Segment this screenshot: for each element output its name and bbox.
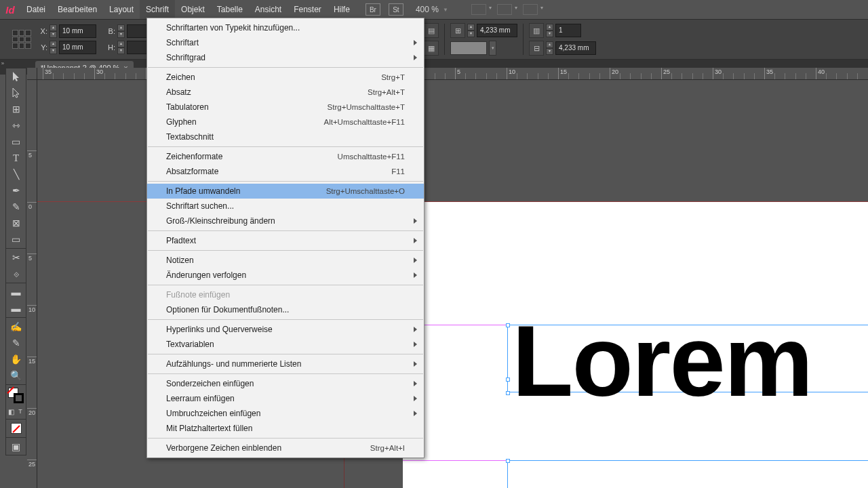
menu-item[interactable]: Schriftgrad: [147, 50, 424, 65]
pen-tool[interactable]: ✒: [6, 182, 26, 199]
zoom-tool[interactable]: 🔍: [6, 367, 26, 384]
menu-item[interactable]: GlyphenAlt+Umschalttaste+F11: [147, 115, 424, 129]
menu-item[interactable]: Notizen: [147, 253, 424, 268]
stock-button[interactable]: St: [389, 3, 403, 16]
y-field[interactable]: 10 mm: [59, 41, 96, 54]
menu-item[interactable]: Schriftart suchen...: [147, 199, 424, 214]
menu-item-shortcut: Umschalttaste+F11: [338, 152, 405, 161]
selection-tool[interactable]: [6, 68, 26, 85]
menu-item[interactable]: AbsatzStrg+Alt+T: [147, 85, 424, 100]
frame-w-stepper[interactable]: ▴▾: [467, 24, 475, 37]
menu-item[interactable]: Verborgene Zeichen einblendenStrg+Alt+I: [147, 441, 424, 455]
app-logo: Id: [0, 0, 20, 19]
apply-color-icon[interactable]: ◧: [6, 405, 16, 418]
gradient-dd-icon[interactable]: ▾: [489, 41, 496, 56]
vertical-ruler[interactable]: 505101520253035: [27, 80, 37, 488]
menu-item[interactable]: AbsatzformateF11: [147, 164, 424, 179]
rectangle-tool[interactable]: ▭: [6, 231, 26, 247]
frame-h-field[interactable]: 4,233 mm: [555, 41, 596, 55]
note-tool[interactable]: ✍: [6, 319, 26, 335]
menu-ansicht[interactable]: Ansicht: [249, 0, 288, 19]
h-stepper[interactable]: ▴▾: [117, 41, 125, 54]
frame-w-field[interactable]: 4,233 mm: [477, 24, 517, 37]
menu-item[interactable]: Schriftarten von Typekit hinzufügen...: [147, 20, 424, 35]
menu-item[interactable]: Schriftart: [147, 35, 424, 50]
bridge-button[interactable]: Br: [366, 3, 380, 16]
menu-tabelle[interactable]: Tabelle: [211, 0, 249, 19]
view-mode-c-button[interactable]: [523, 4, 538, 15]
view-mode-a-button[interactable]: [471, 4, 486, 15]
h-label: H:: [105, 43, 115, 52]
separator: [6, 248, 26, 249]
menu-bearbeiten[interactable]: Bearbeiten: [52, 0, 103, 19]
page-tool[interactable]: ⊞: [6, 101, 26, 117]
gradient-swatch-tool[interactable]: ▬: [6, 284, 26, 300]
menu-item[interactable]: Textabschnitt: [147, 129, 424, 144]
panel-collapse-icon[interactable]: »: [0, 60, 5, 68]
menu-item[interactable]: Sonderzeichen einfügen: [147, 376, 424, 391]
ruler-origin[interactable]: [27, 68, 37, 80]
content-collector-tool[interactable]: ▭: [6, 134, 26, 150]
line-tool[interactable]: ╲: [6, 166, 26, 182]
menu-item[interactable]: ZeichenStrg+T: [147, 70, 424, 85]
menu-item-shortcut: F11: [391, 167, 405, 176]
menu-item[interactable]: Änderungen verfolgen: [147, 268, 424, 283]
text-frame[interactable]: Lorem: [507, 325, 868, 392]
zoom-dropdown[interactable]: 400 % ▼: [416, 5, 448, 14]
menu-item-label: In Pfade umwandeln: [166, 186, 240, 196]
menu-item[interactable]: Umbruchzeichen einfügen: [147, 406, 424, 421]
menu-item[interactable]: Textvariablen: [147, 337, 424, 352]
scissors-tool[interactable]: ✂: [6, 249, 26, 266]
divider: [444, 24, 445, 55]
menu-item[interactable]: Mit Platzhaltertext füllen: [147, 421, 424, 436]
zoom-value: 400 %: [416, 5, 439, 14]
w-stepper[interactable]: ▴▾: [117, 24, 125, 38]
menu-schrift[interactable]: Schrift: [140, 0, 175, 19]
rectangle-frame-tool[interactable]: ⊠: [6, 215, 26, 231]
wrap-jump2-icon[interactable]: ▦: [424, 41, 439, 56]
control-bar: X: ▴▾ 10 mm Y: ▴▾ 10 mm B: ▴▾ H: ▴▾ ¶ ⇋⇵…: [0, 19, 868, 60]
menu-item[interactable]: Optionen für Dokumentfußnoten...: [147, 302, 424, 317]
menu-item-label: Schriftgrad: [166, 53, 205, 62]
wrap-around-icon[interactable]: ▤: [424, 23, 439, 38]
menu-item[interactable]: Groß-/Kleinschreibung ändern: [147, 214, 424, 228]
separator: [6, 437, 26, 438]
direct-selection-tool[interactable]: [6, 85, 26, 101]
gap-tool[interactable]: ⇿: [6, 117, 26, 134]
menu-item[interactable]: Pfadtext: [147, 233, 424, 248]
gradient-feather-tool[interactable]: ▬: [6, 300, 26, 317]
cols-icon: ▥: [529, 23, 544, 38]
menu-item-label: Groß-/Kleinschreibung ändern: [166, 216, 275, 226]
frame-h-stepper[interactable]: ▴▾: [546, 41, 553, 55]
menu-fenster[interactable]: Fenster: [288, 0, 328, 19]
pencil-tool[interactable]: ✎: [6, 199, 26, 215]
reference-point-grid[interactable]: [12, 30, 31, 49]
view-mode-b-button[interactable]: [497, 4, 512, 15]
x-field[interactable]: 10 mm: [59, 24, 96, 38]
x-stepper[interactable]: ▴▾: [50, 24, 57, 38]
y-stepper[interactable]: ▴▾: [50, 41, 57, 54]
apply-none-icon[interactable]: [6, 420, 26, 436]
eyedropper-tool[interactable]: ✎: [6, 335, 26, 351]
apply-text-icon[interactable]: T: [16, 405, 25, 418]
menu-item[interactable]: Hyperlinks und Querverweise: [147, 322, 424, 337]
free-transform-tool[interactable]: ⟐: [6, 266, 26, 282]
menu-item[interactable]: Leerraum einfügen: [147, 391, 424, 406]
gradient-field[interactable]: [450, 41, 487, 55]
hand-tool[interactable]: ✋: [6, 351, 26, 367]
fill-stroke-colors[interactable]: [6, 386, 26, 405]
menu-item[interactable]: In Pfade umwandelnStrg+Umschalttaste+O: [147, 184, 424, 199]
text-frame-2[interactable]: [507, 460, 868, 488]
screen-mode-icon[interactable]: ▣: [6, 439, 26, 455]
type-tool[interactable]: T: [6, 150, 26, 166]
menu-item[interactable]: Aufzählungs- und nummerierte Listen: [147, 357, 424, 371]
menu-item-label: Notizen: [166, 256, 194, 265]
menu-layout[interactable]: Layout: [103, 0, 140, 19]
cols-stepper[interactable]: ▴▾: [546, 24, 553, 37]
cols-field[interactable]: 1: [555, 24, 581, 37]
menu-hilfe[interactable]: Hilfe: [328, 0, 356, 19]
menu-datei[interactable]: Datei: [20, 0, 52, 19]
menu-objekt[interactable]: Objekt: [175, 0, 211, 19]
menu-item[interactable]: ZeichenformateUmschalttaste+F11: [147, 149, 424, 164]
menu-item[interactable]: TabulatorenStrg+Umschalttaste+T: [147, 100, 424, 115]
